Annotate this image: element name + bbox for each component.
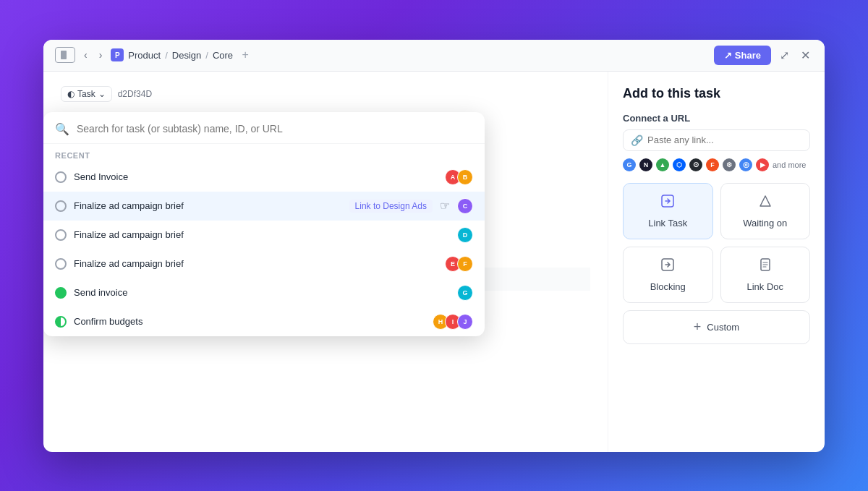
breadcrumb-sep-2: / (205, 50, 208, 61)
task-name: Send invoice (74, 287, 450, 298)
avatar: G (457, 285, 473, 301)
breadcrumb-product[interactable]: Product (128, 50, 161, 61)
blocking-card[interactable]: Blocking (623, 247, 713, 303)
status-dot-icon (55, 200, 67, 212)
youtube-icon: ▶ (756, 158, 769, 171)
waiting-on-card[interactable]: Waiting on (720, 183, 811, 239)
link-doc-icon (758, 257, 773, 276)
search-row: 🔍 (43, 112, 485, 144)
url-input-row: 🔗 (623, 129, 810, 151)
task-type-label: Task (77, 89, 95, 99)
list-item[interactable]: Send invoice G (43, 278, 485, 307)
list-item[interactable]: Finalize ad campaign brief Link to Desig… (43, 192, 485, 221)
custom-plus-icon: + (694, 320, 702, 335)
right-panel: Add to this task Connect a URL 🔗 G N ▲ ⬡… (608, 72, 825, 452)
status-dot-icon (55, 171, 67, 183)
breadcrumb: P Product / Design / Core + (111, 47, 253, 63)
list-item[interactable]: Send Invoice A B (43, 163, 485, 192)
avatar: C (457, 198, 473, 214)
task-name: Send Invoice (74, 171, 438, 182)
list-item[interactable]: Confirm budgets H I J (43, 307, 485, 336)
search-icon: 🔍 (55, 122, 69, 136)
link-doc-card[interactable]: Link Doc (720, 247, 811, 303)
nav-forward-button[interactable]: › (96, 48, 106, 62)
task-clock-icon: ◐ (67, 89, 75, 99)
list-item[interactable]: Finalize ad campaign brief D (43, 221, 485, 249)
waiting-on-label: Waiting on (743, 218, 787, 229)
task-search-dropdown: 🔍 Recent Send Invoice A B Finalize (43, 112, 485, 336)
close-button[interactable]: ✕ (798, 46, 813, 65)
list-item[interactable]: Finalize ad campaign brief E F (43, 249, 485, 278)
task-type-badge[interactable]: ◐ Task ⌄ (61, 86, 112, 102)
github-icon: ⊙ (689, 158, 702, 171)
title-bar: ‹ › P Product / Design / Core + ↗ Share … (43, 40, 825, 72)
status-dot-icon (55, 258, 67, 270)
avatar: F (457, 256, 473, 272)
breadcrumb-core[interactable]: Core (213, 50, 233, 61)
waiting-on-icon (758, 194, 773, 212)
status-dot-icon (55, 287, 67, 299)
add-to-task-title: Add to this task (623, 86, 810, 101)
notion-icon: N (639, 158, 652, 171)
link-task-icon (660, 194, 675, 212)
custom-label: Custom (707, 322, 739, 333)
product-icon: P (111, 48, 124, 61)
avatar: B (457, 169, 473, 185)
main-layout: ◐ Task ⌄ d2Df34D Acr Sta Ass Tag Pri (43, 72, 825, 452)
link-doc-label: Link Doc (746, 281, 783, 292)
gdrive-icon: ▲ (656, 158, 669, 171)
chrome-icon: ◎ (739, 158, 752, 171)
blocking-icon (660, 257, 675, 276)
task-name: Finalize ad campaign brief (74, 258, 438, 269)
avatar: D (457, 227, 473, 243)
task-id: d2Df34D (118, 89, 152, 99)
custom-card[interactable]: + Custom (623, 310, 810, 344)
link-icon: 🔗 (631, 135, 643, 146)
breadcrumb-sep-1: / (165, 50, 168, 61)
link-badge: Link to Design Ads (349, 200, 433, 213)
avatars-group: H I J (433, 314, 473, 330)
url-input[interactable] (647, 135, 802, 145)
google-icon: G (623, 158, 636, 171)
add-tab-button[interactable]: + (237, 47, 253, 63)
recent-section-label: Recent (43, 144, 485, 163)
status-dot-icon (55, 316, 67, 328)
task-name: Confirm budgets (74, 316, 425, 327)
link-task-label: Link Task (648, 218, 687, 229)
task-search-input[interactable] (77, 123, 473, 135)
and-more-label: and more (773, 161, 806, 169)
avatars-group: D (457, 227, 473, 243)
share-button[interactable]: ↗ Share (714, 46, 771, 65)
service-icons-row: G N ▲ ⬡ ⊙ F ⚙ ◎ ▶ and more (623, 158, 810, 171)
title-bar-right: ↗ Share ⤢ ✕ (714, 46, 813, 65)
sidebar-toggle-button[interactable] (55, 47, 75, 63)
task-name: Finalize ad campaign brief (74, 200, 342, 211)
link-task-card[interactable]: Link Task (623, 183, 713, 239)
title-bar-left: ‹ › P Product / Design / Core + (55, 47, 707, 63)
avatar: J (457, 314, 473, 330)
action-grid: Link Task Waiting on (623, 183, 810, 344)
task-meta-row: ◐ Task ⌄ d2Df34D (61, 86, 590, 102)
blocking-label: Blocking (650, 281, 686, 292)
app-window: ‹ › P Product / Design / Core + ↗ Share … (43, 40, 825, 452)
avatars-group: E F (445, 256, 473, 272)
avatars-group: C (457, 198, 473, 214)
figma-icon: F (706, 158, 719, 171)
nav-back-button[interactable]: ‹ (81, 48, 90, 62)
share-label: Share (735, 50, 761, 61)
share-icon: ↗ (724, 50, 732, 61)
status-dot-icon (55, 229, 67, 241)
task-name: Finalize ad campaign brief (74, 229, 450, 240)
avatars-group: A B (445, 169, 473, 185)
settings-icon: ⚙ (723, 158, 736, 171)
breadcrumb-design[interactable]: Design (172, 50, 201, 61)
expand-button[interactable]: ⤢ (777, 46, 792, 65)
left-panel: ◐ Task ⌄ d2Df34D Acr Sta Ass Tag Pri (43, 72, 608, 452)
avatars-group: G (457, 285, 473, 301)
cursor-icon: ☞ (440, 199, 450, 213)
connect-url-label: Connect a URL (623, 113, 810, 124)
dropbox-icon: ⬡ (673, 158, 686, 171)
task-type-chevron: ⌄ (98, 89, 106, 99)
